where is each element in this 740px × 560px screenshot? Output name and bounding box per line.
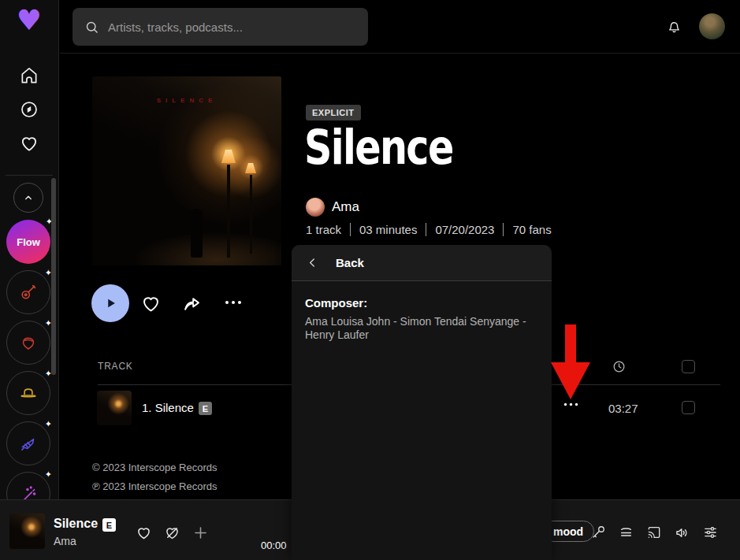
stat-minutes: 03 minutes <box>350 223 426 236</box>
album-stats: 1 track 03 minutes 07/20/2023 70 fans <box>306 223 560 236</box>
now-playing-title[interactable]: Silence <box>54 517 98 531</box>
artist-avatar <box>306 198 325 217</box>
microphone-icon <box>590 525 606 540</box>
elapsed-time: 00:00 <box>261 540 287 551</box>
red-arrow-stem <box>565 325 576 364</box>
album-cover-art: SILENCE <box>92 76 281 265</box>
silhouette-decoration <box>191 209 203 258</box>
sidebar-divider <box>6 175 53 176</box>
channel-guitar[interactable]: ✦ <box>6 270 50 314</box>
track-duration: 03:27 <box>608 402 638 415</box>
explicit-badge: EXPLICIT <box>306 105 361 121</box>
page-title: Silence <box>304 120 453 175</box>
compass-icon <box>19 99 39 120</box>
more-options-button[interactable] <box>224 299 243 306</box>
select-all-checkbox[interactable] <box>682 360 695 373</box>
stat-tracks: 1 track <box>306 223 350 236</box>
clock-icon <box>612 359 627 374</box>
like-track-button[interactable] <box>136 525 152 541</box>
audio-settings-button[interactable] <box>702 525 719 540</box>
trumpet-icon <box>18 433 39 454</box>
stat-fans: 70 fans <box>503 223 560 236</box>
share-icon <box>181 293 203 314</box>
heart-icon <box>136 525 152 541</box>
track-title[interactable]: 1. Silence <box>142 401 194 414</box>
channel-love[interactable]: ✦ <box>6 321 50 365</box>
search-bar[interactable] <box>73 8 368 46</box>
cast-button[interactable] <box>646 525 662 540</box>
track-thumbnail <box>97 391 132 425</box>
bell-icon <box>666 18 682 35</box>
brand-heart-logo[interactable]: ♥ <box>0 6 58 35</box>
now-playing-artist[interactable]: Ama <box>54 535 76 547</box>
plus-icon <box>192 525 209 541</box>
pin-star-icon: ✦ <box>45 419 52 429</box>
now-playing-thumbnail[interactable] <box>9 514 45 549</box>
panel-body: Composer: Ama Louisa John - Simon Tendai… <box>292 281 552 356</box>
album-art-caption: SILENCE <box>92 97 281 104</box>
search-input[interactable] <box>108 20 356 34</box>
share-button[interactable] <box>181 293 203 314</box>
phonogram-line: ℗ 2023 Interscope Records <box>92 480 217 492</box>
home-icon <box>19 65 39 86</box>
red-arrow-head <box>551 362 590 399</box>
copyright-line: © 2023 Interscope Records <box>92 462 217 473</box>
volume-icon <box>674 525 690 541</box>
sidebar-item-explore[interactable] <box>17 97 42 122</box>
sidebar-scrollbar[interactable] <box>51 178 56 375</box>
track-more-options-button[interactable] <box>563 402 579 407</box>
user-avatar[interactable] <box>699 13 725 39</box>
collapse-rail-button[interactable] <box>13 183 43 213</box>
dislike-track-button[interactable] <box>164 525 180 541</box>
hat-icon <box>18 383 39 403</box>
back-button[interactable] <box>306 256 319 269</box>
heart-icon <box>19 133 39 154</box>
volume-button[interactable] <box>674 525 690 541</box>
app-window: ♥ Flow ✦ <box>0 0 740 560</box>
pin-star-icon: ✦ <box>45 469 52 480</box>
track-info-panel: Back Composer: Ama Louisa John - Simon T… <box>292 245 552 560</box>
add-to-playlist-button[interactable] <box>192 525 209 541</box>
queue-button[interactable] <box>618 525 634 540</box>
composer-names: Ama Louisa John - Simon Tendai Senyange … <box>305 315 541 341</box>
queue-icon <box>618 525 634 540</box>
favorite-album-button[interactable] <box>140 293 162 314</box>
track-checkbox[interactable] <box>682 401 695 414</box>
play-icon <box>102 295 119 312</box>
notifications-button[interactable] <box>666 18 682 35</box>
top-bar <box>60 0 740 54</box>
panel-header: Back <box>292 245 552 281</box>
mood-label: mood <box>553 525 583 538</box>
artist-name: Ama <box>332 199 359 215</box>
lyrics-button[interactable] <box>590 525 606 540</box>
lamp-post-decoration <box>250 175 252 254</box>
heart-icon <box>140 293 162 314</box>
cast-icon <box>646 525 662 540</box>
artist-link[interactable]: Ama <box>306 198 359 217</box>
duration-column-header <box>612 359 627 374</box>
back-label[interactable]: Back <box>336 256 364 269</box>
play-button[interactable] <box>91 284 129 322</box>
sliders-icon <box>702 525 719 540</box>
ellipsis-icon <box>224 299 243 306</box>
search-icon <box>84 20 99 35</box>
flow-channel-button[interactable]: Flow ✦ <box>6 220 50 264</box>
lamp-glow-decoration <box>245 163 256 173</box>
lamp-glow-decoration <box>221 150 236 163</box>
sidebar-item-favorites[interactable] <box>17 131 42 156</box>
track-column-header: TRACK <box>98 361 133 372</box>
now-playing-explicit-badge: E <box>102 518 116 532</box>
heart-slash-icon <box>164 525 180 541</box>
stat-date: 07/20/2023 <box>426 223 503 236</box>
sidebar-item-home[interactable] <box>17 63 42 88</box>
channel-trumpet[interactable]: ✦ <box>6 421 50 465</box>
channel-hat[interactable]: ✦ <box>6 371 50 415</box>
shell-heart-icon <box>19 333 38 352</box>
flow-label: Flow <box>17 236 40 248</box>
ellipsis-icon <box>563 402 579 407</box>
sidebar: ♥ Flow ✦ <box>0 0 59 499</box>
chevron-left-icon <box>306 256 319 269</box>
composer-label: Composer: <box>305 296 538 310</box>
track-explicit-badge: E <box>199 402 212 415</box>
lamp-post-decoration <box>227 165 230 258</box>
